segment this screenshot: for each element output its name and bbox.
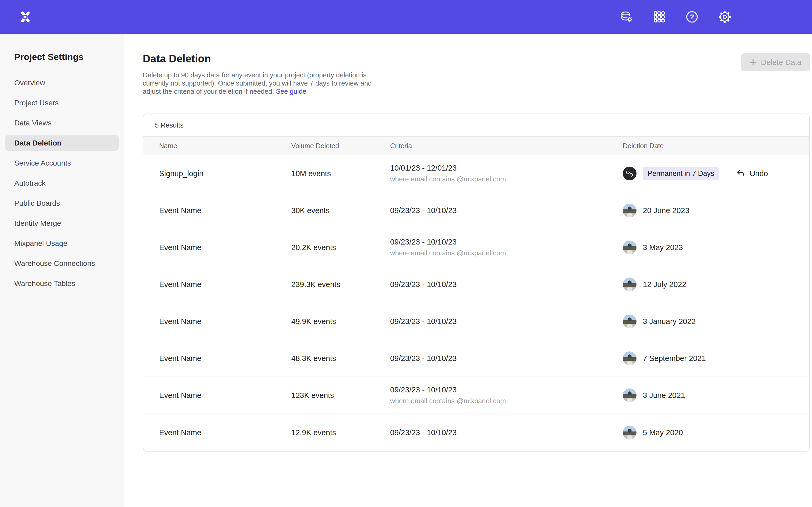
table-row: Event Name 30K events 09/23/23 - 10/10/2… — [143, 192, 809, 229]
deletion-date: 7 September 2021 — [643, 354, 706, 363]
page-description: Delete up to 90 days data for any event … — [143, 71, 380, 96]
table-row: Event Name 49.9K events 09/23/23 - 10/10… — [143, 303, 809, 340]
row-volume: 123K events — [291, 391, 390, 400]
data-management-button[interactable] — [620, 10, 633, 24]
column-header-deletion-date: Deletion Date — [623, 142, 794, 150]
row-deletion-date-cell: Permanent in 7 Days Undo — [623, 167, 794, 180]
sidebar-item-identity-merge[interactable]: Identity Merge — [5, 215, 119, 232]
row-criteria-filter: where email contains @mixpanel.com — [390, 249, 623, 257]
sidebar-item-project-users[interactable]: Project Users — [5, 95, 119, 111]
page-head-text: Data Deletion Delete up to 90 days data … — [143, 53, 741, 96]
row-deletion-date-cell: 3 May 2023 — [623, 240, 794, 254]
column-header-name: Name — [159, 142, 291, 150]
row-volume: 239.3K events — [291, 280, 390, 289]
deletion-date: 20 June 2023 — [643, 206, 689, 215]
sidebar-item-data-deletion[interactable]: Data Deletion — [5, 135, 119, 151]
row-criteria: 09/23/23 - 10/10/23 — [390, 280, 623, 289]
row-name: Event Name — [159, 317, 291, 326]
deletion-date: 3 June 2021 — [643, 391, 685, 400]
row-criteria-range: 09/23/23 - 10/10/23 — [390, 238, 623, 246]
database-gear-icon — [620, 10, 633, 24]
row-criteria-range: 09/23/23 - 10/10/23 — [390, 317, 623, 326]
avatar — [623, 315, 637, 328]
page-description-line1: Delete up to 90 days data for any event … — [143, 71, 380, 79]
row-criteria: 09/23/23 - 10/10/23 — [390, 354, 623, 363]
shell: Project Settings Overview Project Users … — [0, 34, 812, 507]
avatar — [623, 167, 637, 180]
row-deletion-date-cell: 3 June 2021 — [623, 388, 794, 402]
row-name: Event Name — [159, 206, 291, 215]
row-criteria-range: 09/23/23 - 10/10/23 — [390, 386, 623, 394]
delete-data-button[interactable]: Delete Data — [741, 53, 810, 71]
undo-button[interactable]: Undo — [736, 169, 768, 178]
mixpanel-logo[interactable] — [15, 6, 36, 27]
results-count: 5 Results — [155, 121, 184, 129]
row-deletion-date-cell: 7 September 2021 — [623, 351, 794, 365]
row-criteria-range: 09/23/23 - 10/10/23 — [390, 354, 623, 363]
column-header-criteria: Criteria — [390, 142, 623, 150]
sidebar-item-mixpanel-usage[interactable]: Mixpanel Usage — [5, 235, 119, 251]
row-volume: 10M events — [291, 169, 390, 178]
row-volume: 30K events — [291, 206, 390, 215]
row-criteria: 09/23/23 - 10/10/23 — [390, 206, 623, 215]
page-title: Data Deletion — [143, 53, 741, 65]
row-deletion-date-cell: 3 January 2022 — [623, 315, 794, 328]
table-row: Signup_login 10M events 10/01/23 - 12/01… — [143, 155, 809, 192]
apps-grid-button[interactable] — [652, 10, 666, 24]
row-criteria: 09/23/23 - 10/10/23 where email contains… — [390, 238, 623, 257]
sidebar-item-service-accounts[interactable]: Service Accounts — [5, 155, 119, 171]
row-deletion-date-cell: 12 July 2022 — [623, 278, 794, 291]
deletion-date: 3 January 2022 — [643, 317, 696, 326]
avatar — [623, 426, 637, 439]
row-name: Event Name — [159, 391, 291, 400]
row-criteria: 09/23/23 - 10/10/23 — [390, 428, 623, 437]
sidebar-item-warehouse-connections[interactable]: Warehouse Connections — [5, 256, 119, 272]
row-volume: 20.2K events — [291, 243, 390, 252]
sidebar-item-overview[interactable]: Overview — [5, 75, 119, 91]
row-volume: 12.9K events — [291, 428, 390, 437]
svg-text:?: ? — [690, 13, 694, 20]
sidebar-item-data-views[interactable]: Data Views — [5, 115, 119, 131]
row-deletion-date-cell: 5 May 2020 — [623, 426, 794, 439]
deletion-date: 3 May 2023 — [643, 243, 683, 252]
avatar — [623, 351, 637, 365]
row-name: Signup_login — [159, 169, 291, 178]
deletion-table-card: 5 Results Name Volume Deleted Criteria D… — [143, 114, 810, 452]
results-bar: 5 Results — [143, 114, 809, 136]
table-header-row: Name Volume Deleted Criteria Deletion Da… — [143, 136, 809, 155]
avatar — [623, 240, 637, 254]
main-content: Data Deletion Delete up to 90 days data … — [124, 34, 812, 507]
plus-icon — [749, 59, 757, 66]
undo-icon — [736, 169, 745, 178]
apps-grid-icon — [653, 10, 666, 23]
table-row: Event Name 48.3K events 09/23/23 - 10/10… — [143, 340, 809, 377]
permanent-status-badge: Permanent in 7 Days — [643, 167, 719, 180]
gear-icon — [718, 10, 732, 24]
sidebar: Project Settings Overview Project Users … — [0, 34, 124, 507]
sidebar-heading: Project Settings — [14, 52, 119, 62]
row-criteria: 09/23/23 - 10/10/23 where email contains… — [390, 386, 623, 405]
row-name: Event Name — [159, 428, 291, 437]
see-guide-link[interactable]: See guide — [276, 88, 306, 95]
row-criteria: 09/23/23 - 10/10/23 — [390, 317, 623, 326]
delete-data-button-label: Delete Data — [761, 58, 801, 67]
page-description-line2: currently not supported). Once submitted… — [143, 79, 380, 88]
avatar — [623, 388, 637, 402]
table-row: Event Name 12.9K events 09/23/23 - 10/10… — [143, 414, 809, 451]
row-name: Event Name — [159, 243, 291, 252]
row-criteria-range: 09/23/23 - 10/10/23 — [390, 428, 623, 437]
row-deletion-date-cell: 20 June 2023 — [623, 204, 794, 217]
help-button[interactable]: ? — [685, 10, 699, 24]
sidebar-item-autotrack[interactable]: Autotrack — [5, 175, 119, 191]
avatar — [623, 278, 637, 291]
row-name: Event Name — [159, 354, 291, 363]
settings-button[interactable] — [718, 10, 732, 24]
table-row: Event Name 123K events 09/23/23 - 10/10/… — [143, 377, 809, 414]
table-row: Event Name 239.3K events 09/23/23 - 10/1… — [143, 266, 809, 303]
row-criteria-range: 09/23/23 - 10/10/23 — [390, 206, 623, 215]
sidebar-item-public-boards[interactable]: Public Boards — [5, 195, 119, 212]
row-criteria-filter: where email contains @mixpanel.com — [390, 175, 623, 183]
table-row: Event Name 20.2K events 09/23/23 - 10/10… — [143, 229, 809, 266]
row-volume: 48.3K events — [291, 354, 390, 363]
sidebar-item-warehouse-tables[interactable]: Warehouse Tables — [5, 275, 119, 292]
